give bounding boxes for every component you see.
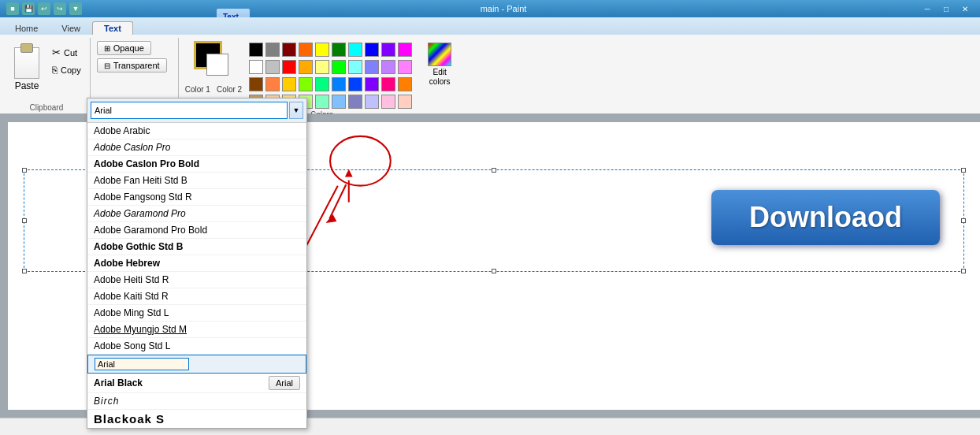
font-dropdown-arrow[interactable]: ▼ [289, 114, 303, 119]
title-bar: ■ 💾 ↩ ↪ ▼ Text Tools main - Paint ─ □ ✕ [0, 0, 980, 17]
font-blackoak-s[interactable]: Blackoak S [87, 410, 306, 418]
swatch-salmon[interactable] [265, 77, 280, 91]
handle-tl[interactable] [22, 168, 27, 173]
paste-button[interactable]: Paste [8, 41, 46, 98]
swatch-lime[interactable] [332, 60, 346, 74]
swatch-linen[interactable] [398, 95, 412, 109]
handle-tm[interactable] [492, 168, 496, 173]
swatch-navyblue[interactable] [348, 77, 362, 91]
font-birch[interactable]: Birch [87, 393, 306, 410]
swatch-silver[interactable] [265, 60, 280, 74]
swatch-blue[interactable] [365, 43, 379, 57]
edit-colors-button[interactable]: Edit colors [421, 41, 458, 88]
download-button-text: Downloaod [749, 201, 902, 234]
handle-br[interactable] [961, 269, 966, 273]
clipboard-content: Paste ✂ Cut ⎘ Copy [8, 41, 85, 103]
swatch-gray[interactable] [265, 43, 280, 57]
font-adobe-heiti-std-r[interactable]: Adobe Heiti Std R [87, 272, 306, 288]
copy-button[interactable]: ⎘ Copy [48, 62, 85, 78]
font-dropdown[interactable]: ▼ Adobe Arabic Adobe Caslon Pro Adobe Ca… [87, 114, 307, 418]
swatch-red[interactable] [282, 60, 296, 74]
font-adobe-song-std-l[interactable]: Adobe Song Std L [87, 338, 306, 355]
font-adobe-kaiti-std-r[interactable]: Adobe Kaiti Std R [87, 288, 306, 305]
redo-icon[interactable]: ↪ [54, 2, 66, 15]
font-adobe-hebrew[interactable]: Adobe Hebrew [87, 255, 306, 272]
swatch-darkorange[interactable] [398, 77, 412, 91]
swatch-magenta[interactable] [398, 43, 412, 57]
handle-bm[interactable] [492, 269, 496, 273]
gradient-icon [428, 43, 451, 66]
swatch-orange[interactable] [299, 43, 313, 57]
swatch-amber[interactable] [299, 60, 313, 74]
arial-preview-button[interactable]: Arial [269, 376, 300, 390]
scissors-icon: ✂ [52, 46, 61, 58]
customize-icon[interactable]: ▼ [69, 2, 82, 15]
swatch-yellow[interactable] [315, 43, 329, 57]
font-adobe-gothic-std-b[interactable]: Adobe Gothic Std B [87, 239, 306, 255]
tab-text[interactable]: Text [92, 21, 133, 35]
font-adobe-garamond-pro[interactable]: Adobe Garamond Pro [87, 206, 306, 222]
cut-label: Cut [64, 48, 77, 58]
swatch-gold[interactable] [282, 77, 296, 91]
font-adobe-fangsong[interactable]: Adobe Fangsong Std R [87, 189, 306, 206]
swatch-periwinkle[interactable] [365, 95, 379, 109]
color2-label: Color 2 [217, 85, 242, 94]
font-adobe-fan-heiti[interactable]: Adobe Fan Heiti Std B [87, 173, 306, 189]
handle-bl[interactable] [22, 269, 27, 273]
swatch-cornflower[interactable] [332, 95, 346, 109]
swatch-cyan[interactable] [348, 43, 362, 57]
swatch-mint[interactable] [315, 77, 329, 91]
swatch-skyblue[interactable] [332, 77, 346, 91]
font-arial[interactable] [87, 355, 306, 374]
swatch-blush[interactable] [381, 95, 395, 109]
swatch-yellowgreen[interactable] [299, 77, 313, 91]
swatch-brown[interactable] [249, 77, 263, 91]
font-adobe-garamond-pro-bold[interactable]: Adobe Garamond Pro Bold [87, 222, 306, 239]
swatch-black[interactable] [249, 43, 263, 57]
swatch-lightcyan[interactable] [348, 60, 362, 74]
paste-label: Paste [15, 80, 39, 91]
opaque-label: Opaque [113, 43, 144, 53]
font-arial-black[interactable]: Arial Black [94, 377, 143, 389]
font-arial-input[interactable] [95, 358, 189, 370]
app-icon: ■ [6, 2, 19, 15]
swatch-green[interactable] [332, 43, 346, 57]
font-adobe-myungjo-std-m[interactable]: Adobe Myungjo Std M [87, 322, 306, 338]
swatch-slate[interactable] [348, 95, 362, 109]
font-adobe-ming-std-l[interactable]: Adobe Ming Std L [87, 305, 306, 322]
swatch-lavender[interactable] [381, 60, 395, 74]
maximize-button[interactable]: □ [937, 2, 955, 16]
font-adobe-caslon-pro[interactable]: Adobe Caslon Pro [87, 139, 306, 156]
swatch-darkred[interactable] [282, 43, 296, 57]
swatch-purple[interactable] [381, 43, 395, 57]
download-button-canvas[interactable]: Downloaod [711, 190, 940, 245]
save-icon[interactable]: 💾 [22, 2, 35, 15]
close-button[interactable]: ✕ [956, 2, 974, 16]
swatch-pink[interactable] [398, 60, 412, 74]
transparent-button[interactable]: ⊟ Transparent [97, 58, 167, 72]
font-search-input[interactable] [91, 114, 288, 119]
swatch-violet[interactable] [365, 77, 379, 91]
tab-home[interactable]: Home [3, 21, 50, 35]
handle-ml[interactable] [22, 218, 27, 223]
color-row1 [247, 41, 415, 58]
swatch-lightyellow[interactable] [315, 60, 329, 74]
color2-swatch[interactable] [206, 54, 228, 76]
font-adobe-caslon-pro-bold[interactable]: Adobe Caslon Pro Bold [87, 156, 306, 173]
edit-colors-label: Edit colors [422, 68, 457, 87]
font-adobe-arabic[interactable]: Adobe Arabic [87, 123, 306, 139]
swatch-white[interactable] [249, 60, 263, 74]
swatch-lightblue[interactable] [365, 60, 379, 74]
opaque-button[interactable]: ⊞ Opaque [97, 41, 151, 55]
cut-button[interactable]: ✂ Cut [48, 44, 85, 61]
handle-tr[interactable] [961, 168, 966, 173]
undo-icon[interactable]: ↩ [38, 2, 50, 15]
background-content: ⊞ Opaque ⊟ Transparent [97, 41, 173, 103]
copy-label: Copy [61, 65, 81, 75]
tab-view[interactable]: View [50, 21, 92, 35]
swatch-aqua[interactable] [315, 95, 329, 109]
handle-mr[interactable] [961, 218, 966, 223]
window-controls: ─ □ ✕ [919, 2, 974, 16]
swatch-hotpink[interactable] [381, 77, 395, 91]
minimize-button[interactable]: ─ [919, 2, 936, 16]
